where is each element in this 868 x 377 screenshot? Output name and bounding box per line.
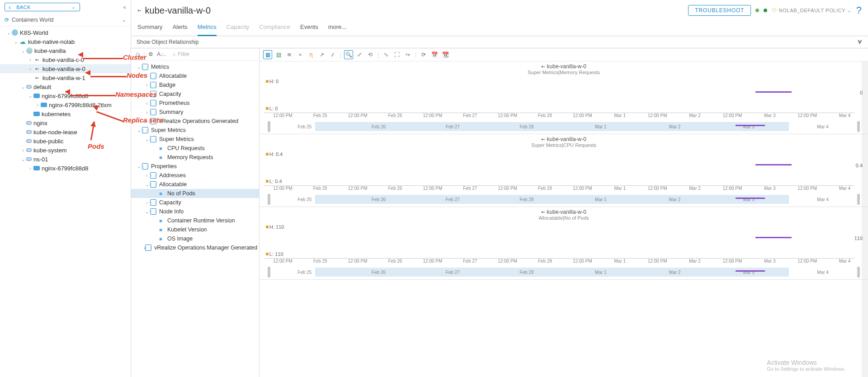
nav-item-nginx-6799fc88d8[interactable]: ›nginx-6799fc88d8	[0, 164, 131, 173]
share-icon[interactable]: ↪	[403, 50, 412, 59]
nav-item-kubernetes[interactable]: kubernetes	[0, 109, 131, 118]
sort-icon[interactable]: A↓⌄	[157, 51, 166, 57]
policy-dropdown[interactable]: 🛡 NOLAB_DEFAULT POLICY ⌄	[772, 8, 852, 14]
nav-item-kube-vanilla-w-1[interactable]: ▪▫kube-vanilla-w-1	[0, 73, 131, 82]
metric-item[interactable]: ›⋮⋮Allocatable	[131, 71, 259, 80]
overview-scrubber[interactable]: Feb 25Feb 26Feb 27Feb 28Mar 1Mar 2Mar 3M…	[268, 194, 860, 205]
metric-item[interactable]: ◆OS Image	[131, 234, 259, 243]
metric-item[interactable]: ⌄⋮⋮Metrics	[131, 62, 259, 71]
caret-icon[interactable]: ›	[34, 103, 41, 108]
metric-item[interactable]: ◆CPU Requests	[131, 144, 259, 153]
tab-more[interactable]: more...	[328, 22, 346, 36]
metric-item[interactable]: ›⋮⋮Badge	[131, 80, 259, 90]
chart-plot[interactable]: H: 0.4L: 0.40.4	[264, 150, 863, 186]
caret-icon[interactable]: ›	[27, 66, 33, 71]
nav-item-nginx-6799fc88d8-2tlxm[interactable]: ›nginx-6799fc88d8-2tlxm	[0, 100, 131, 109]
caret-icon[interactable]: ›	[144, 83, 150, 88]
caret-icon[interactable]: ⌄	[144, 182, 150, 187]
nav-item-kube-node-lease[interactable]: kube-node-lease	[0, 127, 131, 137]
expand-icon[interactable]: ⮟	[857, 39, 863, 45]
caret-icon[interactable]: ›	[144, 74, 150, 79]
metric-item[interactable]: ›⋮⋮vRealize Operations Manager Generated…	[131, 243, 259, 252]
tab-summary[interactable]: Summary	[137, 22, 163, 36]
caret-icon[interactable]: ›	[27, 166, 33, 171]
trend-icon[interactable]: ≈	[296, 50, 305, 59]
caret-icon[interactable]: ⌄	[27, 94, 33, 99]
caret-icon[interactable]: ›	[20, 148, 26, 153]
caret-icon[interactable]: ›	[144, 119, 150, 124]
nav-item-k8s-world[interactable]: ⌄K8S-World	[0, 28, 131, 37]
caret-icon[interactable]: ›	[27, 57, 33, 62]
metric-item[interactable]: ⌄⋮⋮Super Metrics	[131, 126, 259, 135]
caret-icon[interactable]: ›	[144, 92, 150, 97]
caret-icon[interactable]: ⌄	[144, 209, 150, 214]
nav-item-kube-native-nolab[interactable]: ⌄☁kube-native-nolab	[0, 37, 131, 46]
line-icon[interactable]: ≋	[285, 50, 294, 59]
metric-item[interactable]: ›⋮⋮vRealize Operations Generated	[131, 117, 259, 126]
metric-item[interactable]: ◆Container Runtime Version	[131, 216, 259, 225]
chevron-down-icon[interactable]: ⌄	[122, 17, 126, 23]
fit-icon[interactable]: ⤡	[382, 50, 391, 59]
filter-input[interactable]: ⌕ Filter	[173, 51, 255, 57]
tab-alerts[interactable]: Alerts	[173, 22, 188, 36]
zoom-icon[interactable]: 🔍	[344, 50, 353, 59]
metric-item[interactable]: ⌄⋮⋮Node Info	[131, 207, 259, 216]
range-icon[interactable]: 📆	[441, 50, 450, 59]
relationship-bar[interactable]: Show Object Relationship ⮟	[131, 36, 868, 48]
metric-item[interactable]: ›⋮⋮Summary	[131, 108, 259, 117]
maximize-icon[interactable]: ⛶	[392, 50, 401, 59]
sidebar-scope[interactable]: ⟳ Containers World ⌄	[0, 14, 131, 26]
tab-metrics[interactable]: Metrics	[198, 22, 217, 36]
nav-item-kube-vanilla-c-0[interactable]: ›▪▫kube-vanilla-c-0	[0, 55, 131, 64]
caret-icon[interactable]: ⌄	[136, 128, 142, 133]
nav-item-nginx-6799fc88d8[interactable]: ⌄nginx-6799fc88d8	[0, 91, 131, 100]
caret-icon[interactable]: ⌄	[144, 137, 150, 142]
date-icon[interactable]: 📅	[430, 50, 439, 59]
split-icon[interactable]: ⫽	[328, 50, 337, 59]
nav-item-ns-01[interactable]: ⌄ns-01	[0, 155, 131, 164]
caret-icon[interactable]: ⌄	[20, 157, 26, 162]
nav-item-nginx[interactable]: nginx	[0, 118, 131, 127]
caret-icon[interactable]: ⌄	[136, 65, 142, 70]
metric-item[interactable]: ›⋮⋮Addresses	[131, 171, 259, 180]
tab-events[interactable]: Events	[300, 22, 318, 36]
compare-icon[interactable]: ↗	[317, 50, 326, 59]
caret-icon[interactable]: ⌄	[20, 48, 26, 53]
grid-icon[interactable]: ▦	[263, 50, 272, 59]
sidebar-collapse-icon[interactable]: «	[123, 4, 126, 10]
gear-icon[interactable]: ⚙	[148, 51, 153, 57]
caret-icon[interactable]: ⌄	[13, 39, 19, 44]
caret-icon[interactable]: ⌄	[20, 85, 26, 90]
refresh-icon[interactable]: ⟳	[5, 17, 9, 23]
metric-item[interactable]: ›⋮⋮Capacity	[131, 90, 259, 99]
chart-plot[interactable]: H: 110L: 110110	[264, 222, 863, 259]
metric-item[interactable]: ⌄⋮⋮Properties	[131, 162, 259, 171]
caret-icon[interactable]: ›	[144, 200, 150, 205]
caret-icon[interactable]: ⌄	[5, 30, 12, 35]
metric-item[interactable]: ›⋮⋮Capacity	[131, 198, 259, 207]
metric-item[interactable]: ⌄⋮⋮Allocatable	[131, 180, 259, 189]
chart-plot[interactable]: H: 0L: 00	[264, 77, 863, 113]
pan-icon[interactable]: ⤢	[355, 50, 364, 59]
metric-item[interactable]: ◆Memory Requests	[131, 153, 259, 162]
caret-icon[interactable]: ›	[144, 101, 150, 106]
back-button[interactable]: BACK	[5, 3, 80, 11]
help-icon[interactable]: ?	[856, 5, 862, 16]
anomaly-icon[interactable]: ɳ	[307, 50, 316, 59]
refresh-icon[interactable]: ⟳	[419, 50, 428, 59]
nav-item-default[interactable]: ⌄default	[0, 82, 131, 91]
nav-item-kube-vanilla-w-0[interactable]: ›▪▫kube-vanilla-w-0	[0, 64, 131, 73]
caret-icon[interactable]: ›	[144, 173, 150, 178]
stack-icon[interactable]: ▤	[274, 50, 283, 59]
nav-item-kube-vanilla[interactable]: ⌄kube-vanilla	[0, 46, 131, 55]
tree-hierarchy-icon[interactable]: ◇	[136, 51, 140, 57]
reset-icon[interactable]: ⟲	[366, 50, 375, 59]
metric-item[interactable]: ◆No of Pods	[131, 189, 259, 198]
troubleshoot-button[interactable]: TROUBLESHOOT	[688, 5, 751, 16]
caret-icon[interactable]: ⌄	[136, 164, 142, 169]
metric-item[interactable]: ›⋮⋮Prometheus	[131, 99, 259, 108]
metric-item[interactable]: ◆Kubelet Version	[131, 225, 259, 234]
caret-icon[interactable]: ›	[144, 110, 150, 115]
overview-scrubber[interactable]: Feb 25Feb 26Feb 27Feb 28Mar 1Mar 2Mar 3M…	[268, 267, 860, 278]
metric-item[interactable]: ⌄⋮⋮Super Metrics	[131, 135, 259, 144]
